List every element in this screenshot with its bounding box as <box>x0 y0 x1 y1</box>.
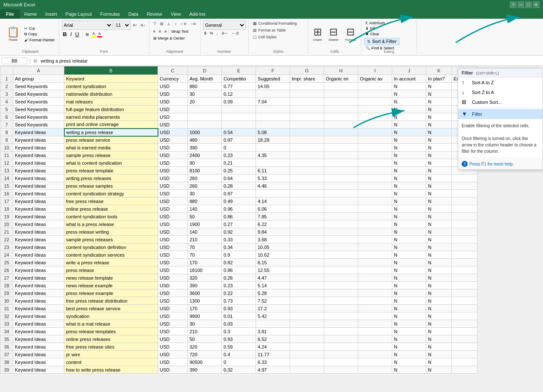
cell-g9[interactable] <box>290 136 324 144</box>
cell-j15[interactable]: N <box>392 182 426 190</box>
cell-b10[interactable]: what is earned media <box>64 144 158 152</box>
cell-f7[interactable] <box>256 121 290 129</box>
merge-center-btn[interactable]: ⊞ Merge & Center <box>152 36 187 41</box>
row-num-13[interactable]: 13 <box>0 167 13 175</box>
cell-a11[interactable]: Keyword Ideas <box>13 152 64 159</box>
cell-k12[interactable]: N <box>426 159 452 167</box>
row-num-11[interactable]: 11 <box>0 152 13 159</box>
cell-f13[interactable]: 6.11 <box>256 167 290 175</box>
cell-h18[interactable] <box>324 205 358 213</box>
cell-b4[interactable]: mat releases <box>64 98 158 106</box>
cell-e36[interactable]: 0.59 <box>222 343 256 351</box>
cell-k7[interactable]: N <box>426 121 452 129</box>
cell-e31[interactable]: 0.93 <box>222 305 256 312</box>
font-size-select[interactable]: 11 <box>114 20 131 30</box>
cell-f3[interactable] <box>256 90 290 98</box>
cell-g6[interactable] <box>290 113 324 121</box>
cell-k11[interactable]: N <box>426 152 452 159</box>
cell-extra-26[interactable] <box>452 266 477 274</box>
cell-k23[interactable]: N <box>426 243 452 251</box>
cell-j6[interactable]: N <box>392 113 426 121</box>
col-header-d[interactable]: D <box>188 66 222 75</box>
cell-d27[interactable]: 320 <box>188 274 222 282</box>
cell-extra-23[interactable] <box>452 243 477 251</box>
cell-c26[interactable]: USD <box>158 266 188 274</box>
col-header-j[interactable]: J <box>392 66 426 75</box>
cell-k28[interactable]: N <box>426 282 452 289</box>
cell-e11[interactable]: 0.23 <box>222 152 256 159</box>
custom-sort-item[interactable]: ⊞ Custom Sort... <box>458 97 543 107</box>
cell-g34[interactable] <box>290 328 324 335</box>
cell-i25[interactable] <box>358 259 392 266</box>
cell-f14[interactable]: 5.33 <box>256 175 290 182</box>
cell-h14[interactable] <box>324 175 358 182</box>
cell-a17[interactable]: Keyword Ideas <box>13 197 64 205</box>
row-num-12[interactable]: 12 <box>0 159 13 167</box>
cell-k29[interactable]: N <box>426 289 452 297</box>
cell-h23[interactable] <box>324 243 358 251</box>
cell-f34[interactable]: 3.81 <box>256 328 290 335</box>
cell-g33[interactable] <box>290 320 324 328</box>
cell-j27[interactable]: N <box>392 274 426 282</box>
cell-c3[interactable]: USD <box>158 90 188 98</box>
review-menu[interactable]: Review <box>143 9 167 19</box>
cell-b22[interactable]: sample press releases <box>64 236 158 243</box>
cell-a20[interactable]: Keyword Ideas <box>13 220 64 228</box>
cell-b23[interactable]: content syndication definition <box>64 243 158 251</box>
cell-d10[interactable]: 390 <box>188 144 222 152</box>
header-impr-share[interactable]: Impr. share <box>290 75 324 83</box>
cell-j19[interactable]: N <box>392 213 426 220</box>
cell-j2[interactable]: N <box>392 83 426 90</box>
cell-b37[interactable]: pr wire <box>64 351 158 358</box>
row-num-29[interactable]: 29 <box>0 289 13 297</box>
cell-c17[interactable]: USD <box>158 197 188 205</box>
header-competition[interactable]: Competitio <box>222 75 256 83</box>
cell-d34[interactable]: 210 <box>188 328 222 335</box>
cell-b26[interactable]: press release <box>64 266 158 274</box>
cell-extra-27[interactable] <box>452 274 477 282</box>
align-right-btn[interactable]: ≡ <box>163 29 168 34</box>
row-num-33[interactable]: 33 <box>0 320 13 328</box>
cell-d21[interactable]: 140 <box>188 228 222 236</box>
sort-filter-btn[interactable]: ⇅ Sort & Filter <box>364 38 399 45</box>
cell-e9[interactable]: 0.97 <box>222 136 256 144</box>
cell-f19[interactable]: 7.85 <box>256 213 290 220</box>
cell-c4[interactable]: USD <box>158 98 188 106</box>
cell-d38[interactable]: 90500 <box>188 358 222 366</box>
cell-j30[interactable]: N <box>392 297 426 305</box>
cell-j4[interactable]: N <box>392 98 426 106</box>
cell-h25[interactable] <box>324 259 358 266</box>
col-header-g[interactable]: G <box>290 66 324 75</box>
cell-e37[interactable]: 0.4 <box>222 351 256 358</box>
cell-b34[interactable]: press release templates <box>64 328 158 335</box>
cell-i33[interactable] <box>358 320 392 328</box>
col-header-c[interactable]: C <box>158 66 188 75</box>
cell-extra-34[interactable] <box>452 328 477 335</box>
cell-e32[interactable]: 0.01 <box>222 312 256 320</box>
cell-d24[interactable]: 70 <box>188 251 222 259</box>
cell-g19[interactable] <box>290 213 324 220</box>
row-num-19[interactable]: 19 <box>0 213 13 220</box>
indent-increase-btn[interactable]: →≡ <box>188 20 197 27</box>
sort-z-a-item[interactable]: ↓ Sort Z to A <box>458 87 543 97</box>
file-menu[interactable]: File <box>0 9 20 19</box>
cell-a19[interactable]: Keyword Ideas <box>13 213 64 220</box>
row-num-20[interactable]: 20 <box>0 220 13 228</box>
cell-j13[interactable]: N <box>392 167 426 175</box>
cell-d32[interactable]: 9900 <box>188 312 222 320</box>
cell-g24[interactable] <box>290 251 324 259</box>
cell-i10[interactable] <box>358 144 392 152</box>
cell-h29[interactable] <box>324 289 358 297</box>
cell-a4[interactable]: Seed Keywords <box>13 98 64 106</box>
cell-b3[interactable]: nationwide distribution <box>64 90 158 98</box>
cell-h4[interactable] <box>324 98 358 106</box>
cell-a37[interactable]: Keyword Ideas <box>13 351 64 358</box>
format-painter-button[interactable]: 🖌 Format Painter <box>23 37 56 43</box>
cell-d28[interactable]: 390 <box>188 282 222 289</box>
cell-f23[interactable]: 10.05 <box>256 243 290 251</box>
cell-i6[interactable] <box>358 113 392 121</box>
cell-j10[interactable]: N <box>392 144 426 152</box>
cell-k34[interactable]: N <box>426 328 452 335</box>
cell-j35[interactable]: N <box>392 335 426 343</box>
cell-k6[interactable]: N <box>426 113 452 121</box>
